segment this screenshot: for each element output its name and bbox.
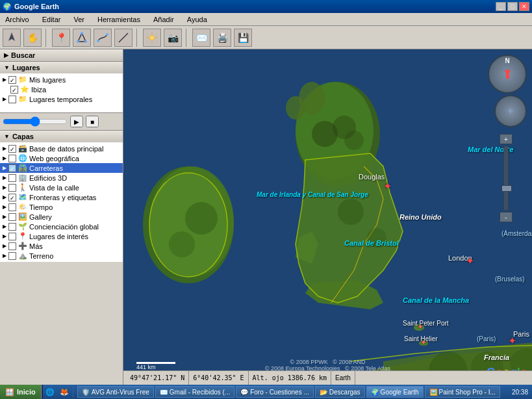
lugares-interes-check[interactable] (8, 233, 16, 240)
titlebar-title: 🌍 Google Earth (3, 3, 59, 11)
web-icon: 🌐 (18, 154, 27, 162)
vista-check[interactable] (8, 184, 16, 192)
ibiza-item[interactable]: ⭐ Ibiza (0, 84, 123, 94)
firefox-button[interactable]: 🦊 (57, 385, 71, 399)
edificios-item[interactable]: ▶ 🏢 Edificios 3D (0, 173, 123, 183)
gallery-check[interactable] (8, 213, 16, 221)
terreno-check[interactable] (8, 252, 16, 260)
base-datos-item[interactable]: ▶ 🗃️ Base de datos principal (0, 144, 123, 153)
lugares-temp-check[interactable] (8, 96, 16, 103)
capas-triangle: ▼ (4, 133, 10, 140)
ibiza-check[interactable] (10, 86, 18, 94)
placemark-button[interactable]: 📍 (52, 29, 70, 47)
sun-button[interactable] (143, 29, 161, 47)
taskbar-foro[interactable]: 💬 Foro - Cuestiones ... (236, 386, 314, 398)
vista-calle-item[interactable]: ▶ 🚶 Vista de la calle (0, 183, 123, 192)
edificios-icon: 🏢 (18, 174, 27, 182)
zoom-slider[interactable] (3, 116, 68, 127)
play-button[interactable]: ▶ (70, 116, 83, 127)
web-check[interactable] (8, 155, 16, 162)
avg-icon: 🛡️ (82, 389, 90, 396)
mas-check[interactable] (8, 242, 16, 250)
hand-button[interactable]: ✋ (23, 29, 42, 47)
expand-icon13: ▶ (3, 243, 6, 249)
altitude-display: Alt. ojo 1386.76 km (249, 371, 331, 385)
base-datos-check[interactable] (8, 145, 16, 153)
edificios-check[interactable] (8, 174, 16, 182)
buscar-header[interactable]: ▶ Buscar (0, 49, 123, 61)
svg-point-5 (97, 40, 99, 42)
lugares-interes-item[interactable]: ▶ 📍 Lugares de interés (0, 231, 123, 241)
mas-item[interactable]: ▶ ➕ Más (0, 241, 123, 251)
taskbar-descargas[interactable]: 📂 Descargas (315, 386, 365, 398)
nav-button[interactable] (3, 29, 21, 47)
menu-ayuda[interactable]: Ayuda (184, 14, 210, 25)
zoom-out-button[interactable]: - (500, 212, 513, 222)
clock: 20:38 (512, 389, 528, 396)
left-panel: ▶ Buscar ▼ Lugares ▶ 📁 Mis lugares ⭐ (0, 49, 123, 385)
mis-lugares-check[interactable] (8, 76, 16, 84)
mis-lugares-item[interactable]: ▶ 📁 Mis lugares (0, 75, 123, 84)
tiempo-item[interactable]: ▶ 🌤️ Tiempo (0, 202, 123, 212)
zoom-in-button[interactable]: + (500, 134, 513, 144)
print-button[interactable]: 🖨️ (213, 29, 231, 47)
sep1 (45, 29, 48, 47)
zoom-control[interactable]: + - (500, 134, 513, 222)
taskbar-gmail[interactable]: ✉️ Gmail - Recibidos (... (155, 386, 234, 398)
gallery-icon: 🖼️ (18, 212, 27, 221)
map-canvas: Mar del Norte Mar de Irlanda y Canal de … (123, 49, 532, 385)
menu-ver[interactable]: Ver (71, 14, 87, 25)
lugares-header[interactable]: ▼ Lugares (0, 62, 123, 73)
taskbar-right: 20:38 (508, 389, 532, 396)
svg-point-10 (149, 35, 155, 40)
path-button[interactable] (94, 29, 112, 47)
carreteras-item[interactable]: ▶ 🛣️ Carreteras (0, 163, 123, 173)
email-button[interactable]: ✉️ (192, 29, 210, 47)
menu-herramientas[interactable]: Herramientas (95, 14, 143, 25)
save-button[interactable]: 💾 (234, 29, 252, 47)
zoom-thumb[interactable] (501, 185, 512, 192)
taskbar-google-earth[interactable]: 🌍 Google Earth (366, 386, 424, 398)
menu-editar[interactable]: Editar (40, 14, 64, 25)
terreno-item[interactable]: ▶ ⛰️ Terreno (0, 251, 123, 261)
start-button[interactable]: 🪟 Inicio (0, 385, 42, 399)
measure-button[interactable] (114, 29, 133, 47)
lugares-temporales-item[interactable]: ▶ 📁 Lugares temporales (0, 94, 123, 104)
capas-content: ▶ 🗃️ Base de datos principal ▶ 🌐 Web geo… (0, 142, 123, 262)
lugares-triangle: ▼ (4, 64, 10, 71)
expand-icon14: ▶ (3, 253, 6, 259)
earth-label: Earth (331, 371, 355, 385)
polygon-button[interactable] (73, 29, 91, 47)
fronteras-check[interactable] (8, 194, 16, 201)
nav-ring[interactable]: + (494, 95, 527, 127)
concienciacion-check[interactable] (8, 223, 16, 231)
folder-temp-icon: 📁 (18, 95, 27, 103)
fronteras-item[interactable]: ▶ 🗺️ Fronteras y etiquetas (0, 192, 123, 202)
map-area[interactable]: Mar del Norte Mar de Irlanda y Canal de … (123, 49, 532, 385)
buscar-triangle: ▶ (4, 52, 8, 58)
window-controls[interactable]: _ □ ✕ (496, 2, 529, 11)
taskbar-avg[interactable]: 🛡️ AVG Anti-Virus Free (77, 386, 154, 398)
menu-archivo[interactable]: Archivo (3, 14, 32, 25)
carreteras-check[interactable] (8, 164, 16, 172)
psp-icon: 🖼️ (429, 389, 437, 396)
maximize-button[interactable]: □ (507, 2, 518, 11)
menu-anadir[interactable]: Añadir (151, 14, 177, 25)
compass[interactable]: N ⬆ (488, 55, 527, 94)
stop-button[interactable]: ■ (86, 116, 99, 127)
capas-header[interactable]: ▼ Capas (0, 131, 123, 142)
svg-point-25 (286, 96, 305, 120)
close-button[interactable]: ✕ (519, 2, 529, 11)
minimize-button[interactable]: _ (496, 2, 506, 11)
gallery-item[interactable]: ▶ 🖼️ Gallery (0, 212, 123, 222)
folder-icon: 📁 (18, 75, 27, 84)
svg-point-44 (169, 231, 195, 257)
taskbar-paintshop[interactable]: 🖼️ Paint Shop Pro - I... (425, 386, 500, 398)
lugares-interes-icon: 📍 (18, 232, 27, 240)
ie-button[interactable]: 🌐 (43, 385, 57, 399)
concienciacion-item[interactable]: ▶ 🌱 Concienciación global (0, 222, 123, 231)
web-geografica-item[interactable]: ▶ 🌐 Web geográfica (0, 153, 123, 163)
photo-button[interactable]: 📷 (164, 29, 182, 47)
descargas-icon: 📂 (320, 389, 327, 396)
tiempo-check[interactable] (8, 203, 16, 211)
